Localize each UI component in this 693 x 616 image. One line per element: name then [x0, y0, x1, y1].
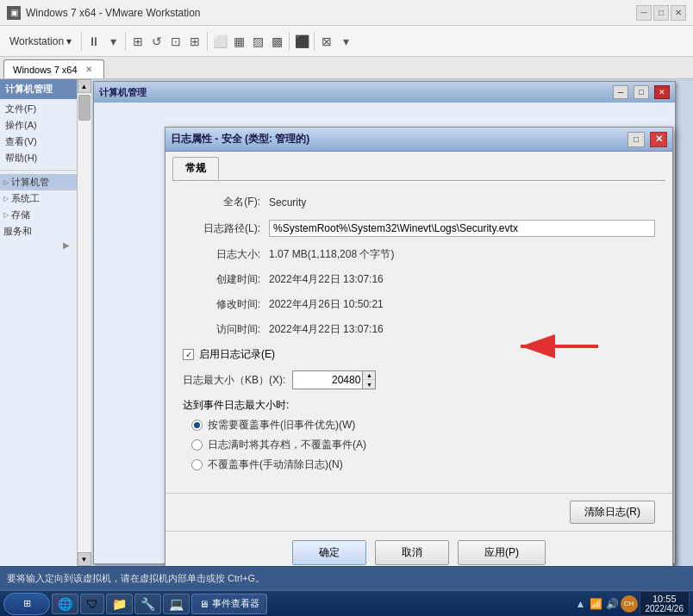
menu-item-help[interactable]: 帮助(H)	[0, 150, 77, 166]
taskbar-folder-btn[interactable]: 📁	[106, 594, 133, 614]
action-section: 清除日志(R)	[165, 493, 672, 531]
log-size-row: 日志最大小（KB）(X): ▲ ▼	[183, 370, 655, 389]
tab-label: Windows 7 x64	[13, 65, 78, 75]
radio-option-1[interactable]	[191, 420, 203, 431]
radio-option-3[interactable]	[191, 459, 203, 470]
display2-icon[interactable]: ▨	[249, 33, 266, 50]
display3-icon[interactable]: ▩	[268, 33, 285, 50]
modified-value: 2022年4月26日 10:50:21	[269, 297, 655, 312]
spin-buttons: ▲ ▼	[362, 371, 375, 389]
sidebar: 计算机管理 文件(F) 操作(A) 查看(V) 帮助(H) ▷ 计算机管 ▷ 系…	[0, 79, 78, 566]
apply-button[interactable]: 应用(P)	[458, 540, 546, 565]
scroll-thumb[interactable]	[78, 95, 91, 121]
snapshot2-icon[interactable]: ⊡	[167, 33, 184, 50]
terminal-icon[interactable]: ⬛	[293, 33, 310, 50]
radio-option-2[interactable]	[191, 439, 203, 451]
path-label: 日志路径(L):	[183, 221, 260, 236]
tray-volume-icon[interactable]: 🔊	[606, 598, 619, 610]
enable-logging-label: 启用日志记录(E)	[199, 347, 275, 362]
dialog-titlebar: 日志属性 - 安全 (类型: 管理的) □ ✕	[165, 128, 672, 152]
ok-button[interactable]: 确定	[292, 540, 366, 565]
eventvwr-maximize-btn[interactable]: □	[634, 85, 649, 99]
radio-label-3: 不覆盖事件(手动清除日志)(N)	[208, 457, 343, 472]
clock-time: 10:55	[646, 594, 684, 604]
enable-logging-checkbox[interactable]	[183, 349, 194, 360]
status-text: 要将输入定向到该虚拟机，请在虚拟机内部单击或按 Ctrl+G。	[7, 572, 265, 585]
toolbar-dropdown-2[interactable]: ▾	[337, 33, 354, 50]
field-row-fullname: 全名(F): Security	[183, 195, 655, 209]
menu-item-action[interactable]: 操作(A)	[0, 117, 77, 134]
statusbar: 要将输入定向到该虚拟机，请在虚拟机内部单击或按 Ctrl+G。	[0, 566, 693, 590]
size-label: 日志大小:	[183, 247, 260, 262]
taskbar-app-icon: 🖥	[199, 599, 209, 609]
scroll-up-button[interactable]: ▲	[78, 79, 91, 93]
tree-item-computer[interactable]: ▷ 计算机管	[0, 174, 77, 190]
dialog-close-button[interactable]: ✕	[650, 132, 667, 147]
tree-item-system[interactable]: ▷ 系统工	[0, 190, 77, 207]
tree-item-storage[interactable]: ▷ 存储	[0, 207, 77, 223]
max-size-label: 日志最大小（KB）(X):	[183, 373, 285, 388]
scroll-down-button[interactable]: ▼	[78, 552, 91, 566]
field-row-size: 日志大小: 1.07 MB(1,118,208 个字节)	[183, 247, 655, 262]
clear-log-button[interactable]: 清除日志(R)	[570, 501, 655, 524]
radio-group: 按需要覆盖事件(旧事件优先)(W) 日志满时将其存档，不覆盖事件(A) 不覆盖事…	[183, 418, 655, 472]
field-row-path: 日志路径(L): %SystemRoot%\System32\Winevt\Lo…	[183, 220, 655, 237]
eventvwr-minimize-btn[interactable]: ─	[613, 85, 628, 99]
main-area: 计算机管理 文件(F) 操作(A) 查看(V) 帮助(H) ▷ 计算机管 ▷ 系…	[0, 79, 693, 566]
toolbar-separator-4	[289, 32, 290, 51]
display-icon[interactable]: ▦	[230, 33, 247, 50]
tree-arrow-icon: ▷	[3, 178, 9, 186]
tab-close-button[interactable]: ✕	[83, 64, 95, 76]
vm-tab-win7[interactable]: Windows 7 x64 ✕	[3, 59, 104, 78]
size-value: 1.07 MB(1,118,208 个字节)	[269, 247, 655, 262]
start-button[interactable]: ⊞	[3, 593, 50, 615]
workstation-menu[interactable]: Workstation ▾	[3, 32, 78, 51]
spin-down-button[interactable]: ▼	[363, 380, 375, 389]
notification-badge[interactable]: CH	[621, 595, 638, 613]
usb-icon[interactable]: ⊠	[318, 33, 335, 50]
overflow-label-row: 达到事件日志最大小时:	[183, 398, 655, 413]
close-button[interactable]: ✕	[671, 5, 686, 21]
taskbar-shield-btn[interactable]: 🛡	[80, 594, 104, 614]
taskbar-system-tray: ▲ 📶 🔊	[576, 598, 619, 610]
maximize-button[interactable]: □	[653, 5, 669, 21]
notification-text: CH	[624, 600, 634, 607]
menu-item-file[interactable]: 文件(F)	[0, 101, 77, 117]
fullscreen-icon[interactable]: ⬜	[211, 33, 228, 50]
sidebar-divider	[0, 170, 77, 171]
sidebar-scrollbar[interactable]: ▲ ▼	[78, 79, 91, 566]
taskbar-ie-btn[interactable]: 🌐	[52, 594, 78, 614]
taskbar-vm-btn[interactable]: 💻	[163, 594, 190, 614]
spin-up-button[interactable]: ▲	[363, 371, 375, 380]
overflow-label: 达到事件日志最大小时:	[183, 399, 289, 411]
eventvwr-close-btn[interactable]: ✕	[654, 85, 670, 99]
dialog-restore-button[interactable]: □	[627, 132, 645, 147]
snapshot3-icon[interactable]: ⊞	[186, 33, 203, 50]
dialog-title: 日志属性 - 安全 (类型: 管理的)	[171, 132, 622, 146]
taskbar-tools-btn[interactable]: 🔧	[134, 594, 161, 614]
vm-settings-icon[interactable]: ⊞	[129, 33, 147, 50]
toolbar-separator-2	[125, 32, 126, 51]
toolbar-dropdown-1[interactable]: ▾	[104, 33, 122, 50]
minimize-button[interactable]: ─	[636, 5, 652, 21]
log-size-input[interactable]	[293, 371, 362, 389]
taskbar-clock[interactable]: 10:55 2022/4/26	[640, 591, 690, 616]
taskbar-eventvwr-app[interactable]: 🖥 事件查看器	[191, 594, 267, 614]
vm-content[interactable]: 计算机管理 ─ □ ✕ 日志属性 - 安全 (类型: 管理的) □ ✕ 常规	[91, 79, 693, 566]
vmware-toolbar: Workstation ▾ ⏸ ▾ ⊞ ↺ ⊡ ⊞ ⬜ ▦ ▨ ▩ ⬛ ⊠ ▾	[0, 26, 693, 57]
modified-label: 修改时间:	[183, 297, 260, 312]
red-arrow-indicator	[503, 329, 607, 366]
created-label: 创建时间:	[183, 272, 260, 287]
vmware-titlebar: ▣ Windows 7 x64 - VMware Workstation ─ □…	[0, 0, 693, 26]
tray-triangle-icon[interactable]: ▲	[576, 598, 586, 610]
tree-item-services[interactable]: 服务和	[0, 223, 77, 240]
field-row-modified: 修改时间: 2022年4月26日 10:50:21	[183, 297, 655, 312]
cancel-button[interactable]: 取消	[375, 540, 449, 565]
pause-icon[interactable]: ⏸	[85, 33, 103, 50]
tab-general[interactable]: 常规	[172, 157, 219, 180]
tray-network-icon[interactable]: 📶	[590, 598, 602, 610]
snapshot-icon[interactable]: ↺	[148, 33, 165, 50]
menu-item-view[interactable]: 查看(V)	[0, 134, 77, 150]
radio-row-1: 按需要覆盖事件(旧事件优先)(W)	[191, 418, 655, 432]
sidebar-tree: ▷ 计算机管 ▷ 系统工 ▷ 存储 服务和	[0, 172, 77, 241]
